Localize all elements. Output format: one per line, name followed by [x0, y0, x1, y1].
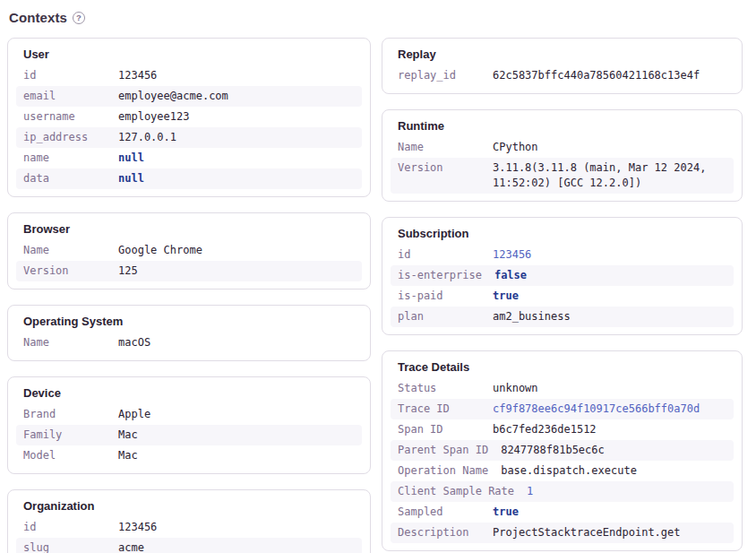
key-value-table: id 123456 is-enterprise false is-paid tr… — [391, 245, 734, 327]
row-value: CPython — [493, 140, 726, 155]
row-key: is-paid — [398, 289, 480, 304]
row-value: 62c5837bffc440a78560421168c13e4f — [493, 68, 726, 83]
row-value: base.dispatch.execute — [501, 463, 726, 479]
key-value-row: slug acme — [16, 538, 362, 553]
row-key: email — [23, 89, 106, 104]
key-value-row: ip_address 127.0.0.1 — [16, 127, 362, 148]
row-value: Mac — [118, 448, 355, 463]
context-card-subscription: Subscription id 123456 is-enterprise fal… — [382, 217, 743, 335]
key-value-table: id 123456 email employee@acme.com userna… — [16, 65, 362, 189]
row-value: 123456 — [118, 520, 355, 535]
column-left: User id 123456 email employee@acme.com u… — [7, 38, 371, 553]
context-columns: User id 123456 email employee@acme.com u… — [7, 38, 743, 553]
card-title: Replay — [391, 45, 734, 63]
context-card-runtime: Runtime Name CPython Version 3.11.8(3.11… — [382, 109, 743, 202]
context-card-organization: Organization id 123456 slug acme — [7, 489, 371, 553]
page-title: Contexts — [9, 10, 67, 25]
key-value-row: plan am2_business — [391, 307, 734, 327]
row-value: unknown — [493, 381, 726, 396]
row-value: true — [493, 505, 726, 520]
row-value: true — [493, 289, 726, 304]
key-value-row: Span ID b6c7fed236de1512 — [391, 419, 734, 440]
key-value-table: replay_id 62c5837bffc440a78560421168c13e… — [391, 65, 734, 86]
row-key: Operation Name — [398, 463, 488, 479]
key-value-table: Brand Apple Family Mac Model Mac — [16, 404, 362, 466]
key-value-row: Name CPython — [391, 137, 734, 158]
key-value-row: Sampled true — [391, 502, 734, 523]
row-value: null — [118, 171, 355, 186]
key-value-row: Version 3.11.8(3.11.8 (main, Mar 12 2024… — [391, 158, 734, 194]
row-value: 8247788f81b5ec6c — [501, 443, 726, 458]
key-value-row: Parent Span ID 8247788f81b5ec6c — [391, 440, 734, 461]
key-value-row: is-enterprise false — [391, 265, 734, 286]
key-value-row: Name macOS — [16, 333, 362, 353]
key-value-row: Name Google Chrome — [16, 240, 362, 261]
key-value-table: Status unknown Trace ID cf9f878ee6c94f10… — [391, 378, 734, 543]
row-value: employee123 — [118, 109, 355, 125]
row-key: slug — [23, 540, 106, 553]
key-value-table: id 123456 slug acme — [16, 517, 362, 553]
row-key: Version — [23, 264, 106, 279]
row-value: 123456 — [493, 247, 726, 263]
key-value-row: replay_id 62c5837bffc440a78560421168c13e… — [391, 65, 734, 86]
card-title: Runtime — [391, 117, 734, 134]
key-value-row: username employee123 — [16, 107, 362, 127]
key-value-row: name null — [16, 148, 362, 168]
column-right: Replay replay_id 62c5837bffc440a78560421… — [382, 38, 743, 551]
key-value-table: Name Google Chrome Version 125 — [16, 240, 362, 281]
key-value-row: Model Mac — [16, 445, 362, 466]
key-value-row: Operation Name base.dispatch.execute — [391, 461, 734, 481]
row-value: null — [118, 151, 355, 166]
card-title: Browser — [16, 220, 362, 238]
row-key: name — [23, 151, 106, 166]
row-key: id — [23, 68, 106, 83]
key-value-row: email employee@acme.com — [16, 86, 362, 107]
card-title: User — [16, 45, 362, 63]
card-title: Organization — [16, 497, 362, 514]
row-value: am2_business — [493, 309, 726, 324]
card-title: Trace Details — [391, 358, 734, 376]
context-card-operating-system: Operating System Name macOS — [7, 305, 371, 361]
row-value: 3.11.8(3.11.8 (main, Mar 12 2024, 11:52:… — [493, 160, 726, 191]
row-value: Google Chrome — [118, 243, 355, 258]
row-key: Name — [398, 140, 480, 155]
row-key: Name — [23, 243, 106, 258]
row-key: Status — [398, 381, 480, 396]
key-value-row: Trace ID cf9f878ee6c94f10917ce566bff0a70… — [391, 399, 734, 419]
row-key: Model — [23, 448, 106, 463]
key-value-row: Family Mac — [16, 425, 362, 445]
card-title: Subscription — [391, 224, 734, 242]
row-value: 123456 — [118, 68, 355, 83]
row-key: Version — [398, 160, 480, 191]
row-key: id — [23, 520, 106, 535]
row-key: is-enterprise — [398, 268, 482, 283]
row-key: Brand — [23, 407, 106, 422]
card-title: Device — [16, 384, 362, 402]
key-value-row: Version 125 — [16, 261, 362, 281]
row-key: replay_id — [398, 68, 480, 83]
key-value-row: Description ProjectStacktraceEndpoint.ge… — [391, 523, 734, 543]
context-card-browser: Browser Name Google Chrome Version 125 — [7, 212, 371, 289]
row-key: Span ID — [398, 422, 480, 437]
row-key: Family — [23, 428, 106, 443]
row-key: Trace ID — [398, 402, 480, 417]
row-value-link[interactable]: cf9f878ee6c94f10917ce566bff0a70d — [493, 402, 726, 417]
row-key: username — [23, 109, 106, 125]
key-value-row: is-paid true — [391, 286, 734, 307]
row-key: Sampled — [398, 505, 480, 520]
row-key: Name — [23, 335, 106, 350]
row-key: Client Sample Rate — [398, 484, 514, 499]
help-icon[interactable]: ? — [73, 12, 85, 24]
key-value-row: data null — [16, 168, 362, 189]
row-value: 1 — [527, 484, 726, 499]
key-value-row: Status unknown — [391, 378, 734, 399]
row-value: 127.0.0.1 — [118, 130, 355, 145]
row-value: Mac — [118, 428, 355, 443]
row-value: b6c7fed236de1512 — [493, 422, 726, 437]
row-value: acme — [118, 540, 355, 553]
row-key: Parent Span ID — [398, 443, 488, 458]
row-key: data — [23, 171, 106, 186]
key-value-row: id 123456 — [16, 65, 362, 86]
key-value-row: Brand Apple — [16, 404, 362, 425]
row-value: ProjectStacktraceEndpoint.get — [493, 525, 726, 540]
